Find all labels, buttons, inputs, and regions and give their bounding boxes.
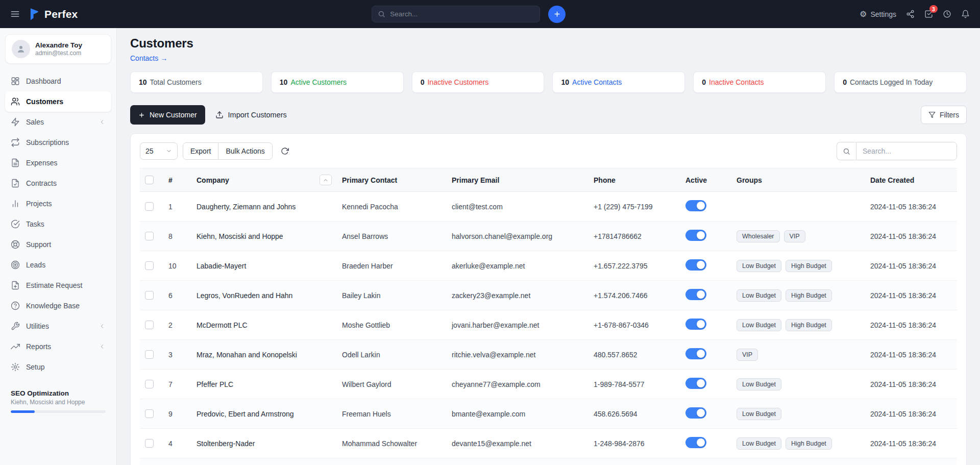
primary-email: lavada@example.org (447, 458, 589, 465)
sidebar-item-utilities[interactable]: Utilities (5, 316, 111, 336)
row-checkbox[interactable] (145, 350, 154, 359)
customer-company[interactable]: Daugherty, Ziemann and Johns (191, 192, 337, 222)
row-checkbox[interactable] (145, 409, 154, 418)
sidebar-item-subscriptions[interactable]: Subscriptions (5, 132, 111, 153)
stat-label: Inactive Contacts (709, 78, 764, 86)
primary-email: ritchie.velva@example.net (447, 340, 589, 370)
quick-create-button[interactable] (548, 6, 566, 23)
primary-contact[interactable]: Braeden Harber (337, 251, 447, 281)
customer-company[interactable]: Mraz, Monahan and Konopelski (191, 340, 337, 370)
primary-contact[interactable]: Odell Larkin (337, 340, 447, 370)
filters-button[interactable]: Filters (921, 106, 967, 124)
row-checkbox[interactable] (145, 380, 154, 388)
clock-icon[interactable] (943, 10, 951, 18)
refresh-button[interactable] (279, 145, 291, 157)
sidebar-item-tasks[interactable]: Tasks (5, 214, 111, 234)
bulk-actions-button[interactable]: Bulk Actions (218, 142, 272, 160)
customer-company[interactable]: Kiehn, Mosciski and Hoppe (191, 222, 337, 251)
active-toggle[interactable] (685, 200, 706, 211)
primary-contact[interactable]: Moshe Gottlieb (337, 310, 447, 340)
active-toggle[interactable] (685, 289, 706, 300)
customer-company[interactable]: Treutel PLC (191, 458, 337, 465)
customer-id: 7 (163, 370, 191, 399)
contacts-link[interactable]: Contacts → (130, 54, 167, 62)
column-header-primary-contact[interactable]: Primary Contact (337, 168, 447, 192)
user-profile-card[interactable]: Alexandre Toy admin@test.com (5, 34, 111, 64)
customer-company[interactable]: Legros, VonRueden and Hahn (191, 281, 337, 310)
import-customers-button[interactable]: Import Customers (215, 111, 287, 119)
sidebar-item-sales[interactable]: Sales (5, 112, 111, 132)
sidebar-item-dashboard[interactable]: Dashboard (5, 71, 111, 91)
primary-contact[interactable]: Wilbert Gaylord (337, 370, 447, 399)
active-toggle[interactable] (685, 378, 706, 389)
customer-company[interactable]: McDermott PLC (191, 310, 337, 340)
new-customer-button[interactable]: New Customer (130, 105, 205, 125)
column-header-active[interactable]: Active (680, 168, 731, 192)
avatar (12, 40, 30, 58)
sidebar-item-knowledge-base[interactable]: Knowledge Base (5, 296, 111, 316)
row-checkbox[interactable] (145, 261, 154, 270)
column-header-phone[interactable]: Phone (589, 168, 680, 192)
groups-cell (731, 192, 865, 222)
column-header-primary-email[interactable]: Primary Email (447, 168, 589, 192)
row-checkbox[interactable] (145, 202, 154, 211)
customer-company[interactable]: Predovic, Ebert and Armstrong (191, 399, 337, 429)
customer-company[interactable]: Labadie-Mayert (191, 251, 337, 281)
primary-contact[interactable]: Ansel Barrows (337, 222, 447, 251)
active-toggle[interactable] (685, 259, 706, 271)
project-subtitle: Kiehn, Mosciski and Hoppe (11, 399, 106, 406)
table-search-input[interactable] (856, 142, 957, 160)
sidebar-item-leads[interactable]: Leads (5, 255, 111, 275)
active-toggle[interactable] (685, 230, 706, 241)
column-header-company[interactable]: Company (191, 168, 337, 192)
active-toggle[interactable] (685, 319, 706, 330)
column-header-number[interactable]: # (163, 168, 191, 192)
main-content: Customers Contacts → 10Total Customers10… (117, 0, 980, 465)
sidebar-item-contracts[interactable]: Contracts (5, 173, 111, 193)
bell-icon[interactable] (961, 10, 970, 18)
sort-asc-button[interactable] (320, 175, 332, 185)
project-progress-fill (11, 410, 35, 413)
primary-contact[interactable]: Kennedi Pacocha (337, 192, 447, 222)
page-size-select[interactable]: 25 (140, 142, 178, 160)
sidebar-item-support[interactable]: Support (5, 234, 111, 255)
global-search-input[interactable] (390, 10, 534, 18)
sidebar-item-setup[interactable]: Setup (5, 357, 111, 377)
primary-contact[interactable]: Mohammad Schowalter (337, 429, 447, 458)
group-badge: Low Budget (737, 319, 781, 331)
global-search[interactable] (372, 6, 540, 22)
column-header-date-created[interactable]: Date Created (865, 168, 957, 192)
tasks-icon (11, 219, 20, 229)
tasks-check-icon[interactable]: 3 (924, 10, 933, 18)
stats-row: 10Total Customers10Active Customers0Inac… (130, 71, 967, 93)
search-icon (378, 10, 385, 18)
customer-company[interactable]: Stoltenberg-Nader (191, 429, 337, 458)
menu-toggle-icon[interactable] (10, 9, 20, 19)
share-icon[interactable] (906, 10, 915, 18)
sidebar-item-estimate-request[interactable]: Estimate Request (5, 275, 111, 296)
project-summary[interactable]: SEO Optimization Kiehn, Mosciski and Hop… (5, 389, 111, 413)
primary-contact[interactable]: Bailey Lakin (337, 281, 447, 310)
primary-contact[interactable]: Freeman Huels (337, 399, 447, 429)
customer-company[interactable]: Pfeffer PLC (191, 370, 337, 399)
contracts-icon (11, 179, 20, 188)
row-checkbox[interactable] (145, 321, 154, 329)
settings-button[interactable]: ⚙ Settings (860, 10, 896, 18)
active-toggle[interactable] (685, 348, 706, 359)
sidebar-item-expenses[interactable]: Expenses (5, 153, 111, 173)
export-button[interactable]: Export (183, 142, 218, 160)
row-checkbox[interactable] (145, 232, 154, 240)
sidebar-item-label: Reports (26, 342, 51, 351)
sidebar-item-customers[interactable]: Customers (5, 91, 111, 112)
select-all-checkbox[interactable] (145, 176, 154, 184)
primary-contact[interactable]: Jarod Hermiston (337, 458, 447, 465)
row-checkbox[interactable] (145, 439, 154, 448)
active-toggle[interactable] (685, 407, 706, 419)
row-checkbox[interactable] (145, 291, 154, 300)
stat-card-active-customers: 10Active Customers (271, 71, 404, 93)
active-toggle[interactable] (685, 437, 706, 448)
sidebar-item-projects[interactable]: Projects (5, 193, 111, 214)
brand-logo[interactable]: Perfex (29, 8, 78, 21)
column-header-groups[interactable]: Groups (731, 168, 865, 192)
sidebar-item-reports[interactable]: Reports (5, 336, 111, 357)
